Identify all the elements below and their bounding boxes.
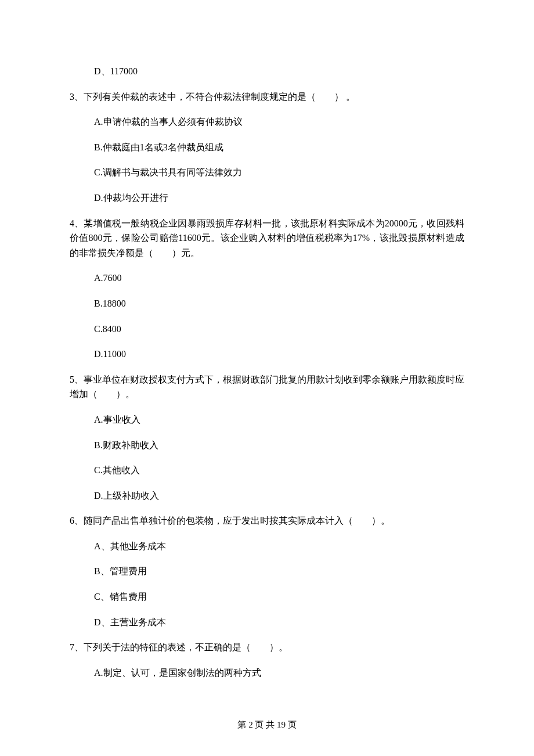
option-text: D.上级补助收入 [94, 491, 159, 501]
option-text: C、销售费用 [94, 592, 147, 602]
option-text: B、管理费用 [94, 566, 147, 576]
question-text: 7、下列关于法的特征的表述，不正确的是（ ）。 [70, 642, 288, 652]
option-text: A.申请仲裁的当事人必须有仲裁协议 [94, 117, 243, 127]
q4-stem: 4、某增值税一般纳税企业因暴雨毁损库存材料一批，该批原材料实际成本为20000元… [70, 216, 464, 261]
question-text: 4、某增值税一般纳税企业因暴雨毁损库存材料一批，该批原材料实际成本为20000元… [70, 218, 464, 258]
page-number: 第 2 页 共 19 页 [237, 720, 296, 729]
q4-option-b: B.18800 [70, 296, 464, 311]
question-text: 3、下列有关仲裁的表述中，不符合仲裁法律制度规定的是（ ） 。 [70, 92, 355, 102]
option-text: C.调解书与裁决书具有同等法律效力 [94, 167, 242, 177]
option-text: D、主营业务成本 [94, 617, 166, 627]
q7-option-a: A.制定、认可，是国家创制法的两种方式 [70, 665, 464, 681]
option-text: D.仲裁均公开进行 [94, 193, 168, 203]
q7-stem: 7、下列关于法的特征的表述，不正确的是（ ）。 [70, 640, 464, 655]
q5-option-c: C.其他收入 [70, 463, 464, 478]
option-text: B.18800 [94, 298, 126, 308]
q6-option-a: A、其他业务成本 [70, 539, 464, 554]
q4-option-d: D.11000 [70, 347, 464, 362]
option-text: B.仲裁庭由1名或3名仲裁员组成 [94, 142, 223, 152]
q5-stem: 5、事业单位在财政授权支付方式下，根据财政部门批复的用款计划收到零余额账户用款额… [70, 372, 464, 402]
q4-option-c: C.8400 [70, 322, 464, 337]
q4-option-a: A.7600 [70, 271, 464, 286]
q3-option-d: D.仲裁均公开进行 [70, 190, 464, 206]
q3-option-a: A.申请仲裁的当事人必须有仲裁协议 [70, 114, 464, 129]
option-text: B.财政补助收入 [94, 440, 158, 450]
q5-option-a: A.事业收入 [70, 412, 464, 427]
q5-option-d: D.上级补助收入 [70, 488, 464, 503]
q3-stem: 3、下列有关仲裁的表述中，不符合仲裁法律制度规定的是（ ） 。 [70, 89, 464, 105]
q5-option-b: B.财政补助收入 [70, 438, 464, 453]
option-text: A.事业收入 [94, 415, 140, 424]
option-text: A.制定、认可，是国家创制法的两种方式 [94, 668, 261, 678]
q6-option-d: D、主营业务成本 [70, 615, 464, 630]
option-text: D、117000 [94, 66, 138, 76]
q6-option-c: C、销售费用 [70, 589, 464, 604]
page-footer: 第 2 页 共 19 页 [0, 718, 534, 732]
q6-option-b: B、管理费用 [70, 564, 464, 579]
option-text: A、其他业务成本 [94, 541, 166, 551]
q6-stem: 6、随同产品出售单独计价的包装物，应于发出时按其实际成本计入（ ）。 [70, 513, 464, 528]
q3-option-c: C.调解书与裁决书具有同等法律效力 [70, 165, 464, 180]
q2-option-d: D、117000 [70, 64, 464, 79]
option-text: A.7600 [94, 273, 122, 283]
option-text: D.11000 [94, 349, 126, 359]
question-text: 5、事业单位在财政授权支付方式下，根据财政部门批复的用款计划收到零余额账户用款额… [70, 375, 464, 399]
question-text: 6、随同产品出售单独计价的包装物，应于发出时按其实际成本计入（ ）。 [70, 516, 390, 525]
q3-option-b: B.仲裁庭由1名或3名仲裁员组成 [70, 140, 464, 155]
option-text: C.8400 [94, 324, 121, 334]
option-text: C.其他收入 [94, 465, 140, 475]
